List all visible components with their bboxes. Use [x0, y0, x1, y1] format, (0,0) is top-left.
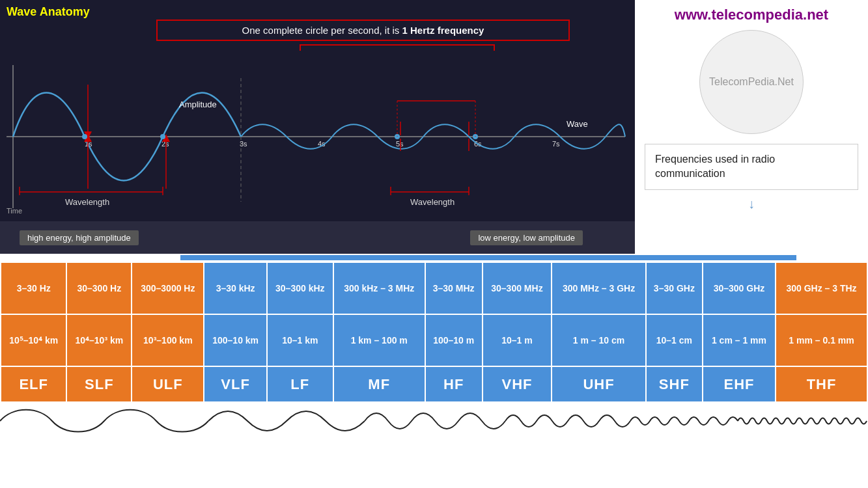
table-cell: 300–3000 Hz: [132, 262, 204, 314]
low-energy-label: low energy, low amplitude: [470, 230, 583, 245]
arrow-down-icon: ↓: [748, 197, 755, 211]
site-url: www.telecompedia.net: [675, 7, 828, 23]
table-cell: 1 mm – 0.1 mm: [776, 314, 867, 366]
wave-svg: Time 1s 2s 3s 4s 5s 6s 7s: [0, 52, 635, 221]
svg-point-28: [82, 134, 87, 139]
wave-title: Wave Anatomy: [7, 5, 90, 19]
hertz-text: One complete circle per second, it is: [242, 25, 402, 36]
table-cell: 300 GHz – 3 THz: [776, 262, 867, 314]
table-row: 10⁵–10⁴ km10⁴–10³ km10³–100 km100–10 km1…: [1, 314, 867, 366]
table-cell: 30–300 MHz: [483, 262, 552, 314]
table-cell: 3–30 MHz: [425, 262, 483, 314]
wave-diagram: Wave Anatomy One complete circle per sec…: [0, 0, 635, 254]
table-cell: 10–1 km: [267, 314, 333, 366]
wave-illustration: [0, 403, 868, 439]
table-cell: EHF: [703, 366, 776, 402]
table-cell: 10³–100 km: [132, 314, 204, 366]
table-row: 3–30 Hz30–300 Hz300–3000 Hz3–30 kHz30–30…: [1, 262, 867, 314]
table-cell: ELF: [1, 366, 66, 402]
high-energy-label: high energy, high amplitude: [20, 230, 139, 245]
svg-text:5s: 5s: [396, 140, 404, 148]
table-cell: 300 kHz – 3 MHz: [333, 262, 425, 314]
svg-text:Amplitude: Amplitude: [179, 100, 217, 109]
wave-illustration-svg: [0, 403, 868, 439]
table-cell: 3–30 GHz: [646, 262, 703, 314]
bracket-line: [300, 44, 495, 46]
right-panel: www.telecompedia.net TelecomPedia.Net Fr…: [635, 0, 868, 254]
freq-table-section: 3–30 Hz30–300 Hz300–3000 Hz3–30 kHz30–30…: [0, 254, 868, 488]
svg-text:Time: Time: [7, 207, 22, 215]
table-cell: 300 MHz – 3 GHz: [552, 262, 646, 314]
wave-bottom-labels: high energy, high amplitude low energy, …: [0, 221, 635, 254]
table-cell: 100–10 m: [425, 314, 483, 366]
svg-text:Wave: Wave: [567, 119, 588, 129]
page-wrapper: Wave Anatomy One complete circle per sec…: [0, 0, 868, 488]
logo-circle: TelecomPedia.Net: [699, 30, 804, 134]
table-cell: 30–300 kHz: [267, 262, 333, 314]
table-cell: UHF: [552, 366, 646, 402]
hertz-box: One complete circle per second, it is 1 …: [156, 20, 570, 41]
top-section: Wave Anatomy One complete circle per sec…: [0, 0, 868, 254]
table-cell: LF: [267, 366, 333, 402]
table-cell: 10⁵–10⁴ km: [1, 314, 66, 366]
table-cell: THF: [776, 366, 867, 402]
table-cell: VHF: [483, 366, 552, 402]
svg-text:Wavelength: Wavelength: [410, 197, 455, 207]
table-cell: 100–10 km: [204, 314, 266, 366]
table-cell: 10⁴–10³ km: [66, 314, 132, 366]
table-cell: ULF: [132, 366, 204, 402]
table-cell: MF: [333, 366, 425, 402]
table-cell: 30–300 GHz: [703, 262, 776, 314]
table-cell: 1 cm – 1 mm: [703, 314, 776, 366]
freq-info-box: Frequencies used in radio communication: [645, 144, 858, 190]
svg-point-29: [160, 134, 165, 139]
svg-text:Wavelength: Wavelength: [65, 197, 109, 207]
table-cell: SLF: [66, 366, 132, 402]
table-row: ELFSLFULFVLFLFMFHFVHFUHFSHFEHFTHF: [1, 366, 867, 402]
table-cell: HF: [425, 366, 483, 402]
table-cell: 30–300 Hz: [66, 262, 132, 314]
logo-text: TelecomPedia.Net: [709, 76, 794, 88]
svg-text:7s: 7s: [552, 140, 560, 148]
table-cell: 1 km – 100 m: [333, 314, 425, 366]
table-cell: SHF: [646, 366, 703, 402]
table-cell: VLF: [204, 366, 266, 402]
hertz-bold: 1 Hertz frequency: [402, 25, 484, 36]
table-cell: 10–1 cm: [646, 314, 703, 366]
frequency-table: 3–30 Hz30–300 Hz300–3000 Hz3–30 kHz30–30…: [0, 262, 868, 403]
table-cell: 3–30 kHz: [204, 262, 266, 314]
table-cell: 3–30 Hz: [1, 262, 66, 314]
table-cell: 1 m – 10 cm: [552, 314, 646, 366]
svg-text:2s: 2s: [161, 140, 169, 148]
table-cell: 10–1 m: [483, 314, 552, 366]
